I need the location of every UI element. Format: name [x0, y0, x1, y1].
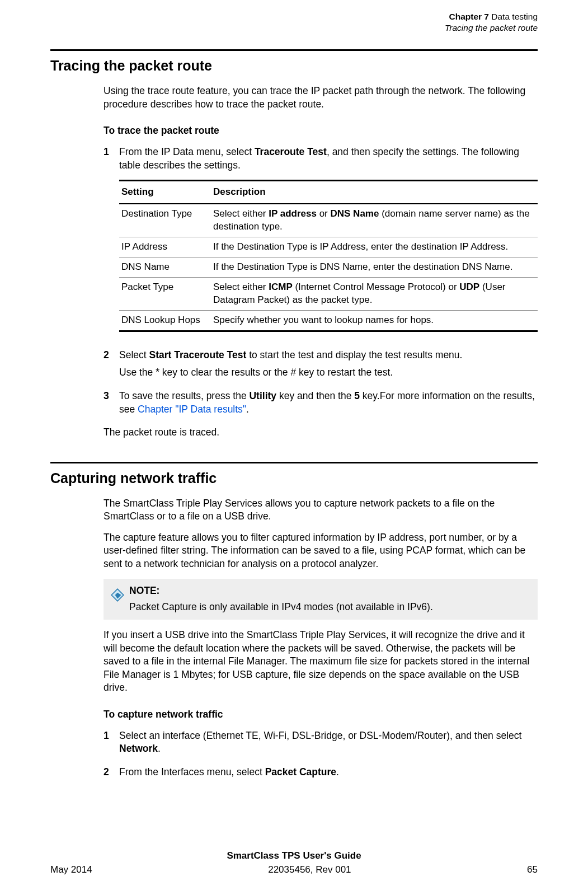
chapter-line: Chapter 7 Data testing [50, 11, 538, 22]
closing-paragraph: The packet route is traced. [104, 426, 538, 439]
running-header: Chapter 7 Data testing Tracing the packe… [50, 11, 538, 34]
step-text: From the Interfaces menu, select Packet … [119, 766, 538, 784]
table-row: DNS Name If the Destination Type is DNS … [119, 257, 538, 277]
page-footer: SmartClass TPS User's Guide May 2014 220… [50, 850, 538, 877]
step-3: 3 To save the results, press the Utility… [104, 390, 538, 420]
section1-body: Using the trace route feature, you can t… [104, 85, 538, 439]
table-row: IP Address If the Destination Type is IP… [119, 237, 538, 257]
page: Chapter 7 Data testing Tracing the packe… [0, 0, 588, 890]
step-1: 1 Select an interface (Ethernet TE, Wi-F… [104, 729, 538, 760]
step-1: 1 From the IP Data menu, select Tracerou… [104, 146, 538, 343]
heading-capturing: Capturing network traffic [50, 469, 538, 488]
step-number: 2 [104, 349, 119, 384]
settings-table: Setting Description Destination Type Sel… [119, 180, 538, 332]
step-2: 2 From the Interfaces menu, select Packe… [104, 766, 538, 784]
step-number: 2 [104, 766, 119, 784]
paragraph: The SmartClass Triple Play Services allo… [104, 497, 538, 523]
heading-tracing: Tracing the packet route [50, 57, 538, 76]
table-row: Destination Type Select either IP addres… [119, 204, 538, 237]
cross-ref-link[interactable]: Chapter "IP Data results" [138, 404, 246, 415]
chapter-title: Data testing [491, 12, 538, 21]
footer-date: May 2014 [50, 864, 92, 877]
step-number: 3 [104, 390, 119, 420]
section-rule [50, 462, 538, 463]
table-row: Packet Type Select either ICMP (Internet… [119, 277, 538, 310]
footer-docnum: 22035456, Rev 001 [268, 864, 351, 877]
step-text: Select an interface (Ethernet TE, Wi-Fi,… [119, 729, 538, 760]
note-box: NOTE: Packet Capture is only available i… [104, 579, 538, 620]
intro-paragraph: Using the trace route feature, you can t… [104, 85, 538, 111]
subheading-trace: To trace the packet route [104, 124, 538, 138]
step-subtext: Use the * key to clear the results or th… [119, 366, 538, 380]
section2-body: The SmartClass Triple Play Services allo… [104, 497, 538, 784]
footer-title: SmartClass TPS User's Guide [50, 850, 538, 863]
paragraph: If you insert a USB drive into the Smart… [104, 629, 538, 695]
subheading-capture: To capture network traffic [104, 708, 538, 722]
step-number: 1 [104, 729, 119, 760]
footer-pagenum: 65 [527, 864, 538, 877]
step-number: 1 [104, 146, 119, 343]
note-title: NOTE: [129, 584, 531, 598]
note-text: NOTE: Packet Capture is only available i… [129, 584, 531, 614]
paragraph: The capture feature allows you to filter… [104, 531, 538, 571]
step-2: 2 Select Start Traceroute Test to start … [104, 349, 538, 384]
section-line: Tracing the packet route [50, 22, 538, 34]
th-description: Description [211, 181, 538, 204]
note-body: Packet Capture is only available in IPv4… [129, 601, 433, 612]
table-row: DNS Lookup Hops Specify whether you want… [119, 310, 538, 331]
step-text: From the IP Data menu, select Traceroute… [119, 146, 538, 343]
step-text: To save the results, press the Utility k… [119, 390, 538, 420]
th-setting: Setting [119, 181, 211, 204]
section-rule [50, 49, 538, 51]
note-icon [110, 588, 129, 606]
chapter-label: Chapter 7 [449, 12, 489, 21]
step-text: Select Start Traceroute Test to start th… [119, 349, 538, 384]
